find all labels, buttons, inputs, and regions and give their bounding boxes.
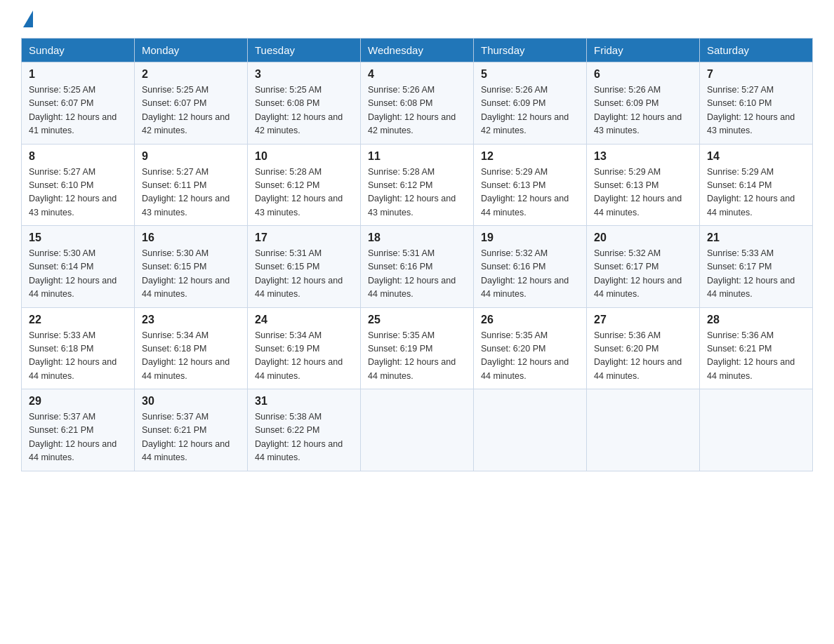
calendar-cell: 11 Sunrise: 5:28 AM Sunset: 6:12 PM Dayl…	[361, 144, 474, 226]
day-number: 15	[29, 232, 127, 244]
day-info: Sunrise: 5:26 AM Sunset: 6:09 PM Dayligh…	[481, 83, 579, 138]
calendar-cell: 21 Sunrise: 5:33 AM Sunset: 6:17 PM Dayl…	[700, 226, 813, 308]
calendar-cell: 4 Sunrise: 5:26 AM Sunset: 6:08 PM Dayli…	[361, 62, 474, 145]
page-header	[21, 14, 813, 31]
day-number: 26	[481, 314, 579, 326]
day-info: Sunrise: 5:26 AM Sunset: 6:09 PM Dayligh…	[594, 83, 692, 138]
day-info: Sunrise: 5:29 AM Sunset: 6:13 PM Dayligh…	[481, 166, 579, 220]
calendar-cell: 27 Sunrise: 5:36 AM Sunset: 6:20 PM Dayl…	[587, 307, 700, 389]
weekday-header-friday: Friday	[587, 39, 700, 62]
day-info: Sunrise: 5:30 AM Sunset: 6:14 PM Dayligh…	[29, 247, 127, 302]
logo	[21, 14, 33, 31]
calendar-cell	[474, 389, 587, 471]
day-info: Sunrise: 5:25 AM Sunset: 6:08 PM Dayligh…	[255, 83, 353, 138]
day-info: Sunrise: 5:34 AM Sunset: 6:18 PM Dayligh…	[142, 329, 240, 384]
weekday-header-saturday: Saturday	[700, 39, 813, 62]
day-info: Sunrise: 5:28 AM Sunset: 6:12 PM Dayligh…	[368, 166, 466, 220]
day-number: 4	[368, 68, 466, 81]
weekday-header-thursday: Thursday	[474, 39, 587, 62]
day-number: 13	[594, 150, 692, 163]
week-row-5: 29 Sunrise: 5:37 AM Sunset: 6:21 PM Dayl…	[22, 389, 813, 471]
day-number: 2	[142, 68, 240, 81]
calendar-table: SundayMondayTuesdayWednesdayThursdayFrid…	[21, 38, 813, 471]
day-number: 11	[368, 150, 466, 163]
day-number: 30	[142, 395, 240, 408]
day-number: 10	[255, 150, 353, 163]
day-number: 14	[707, 150, 805, 163]
day-info: Sunrise: 5:29 AM Sunset: 6:14 PM Dayligh…	[707, 166, 805, 220]
calendar-cell: 20 Sunrise: 5:32 AM Sunset: 6:17 PM Dayl…	[587, 226, 700, 308]
day-number: 25	[368, 314, 466, 326]
calendar-cell: 28 Sunrise: 5:36 AM Sunset: 6:21 PM Dayl…	[700, 307, 813, 389]
calendar-cell: 14 Sunrise: 5:29 AM Sunset: 6:14 PM Dayl…	[700, 144, 813, 226]
calendar-cell: 25 Sunrise: 5:35 AM Sunset: 6:19 PM Dayl…	[361, 307, 474, 389]
weekday-header-row: SundayMondayTuesdayWednesdayThursdayFrid…	[22, 39, 813, 62]
day-number: 18	[368, 232, 466, 244]
week-row-2: 8 Sunrise: 5:27 AM Sunset: 6:10 PM Dayli…	[22, 144, 813, 226]
day-number: 16	[142, 232, 240, 244]
day-number: 21	[707, 232, 805, 244]
day-number: 12	[481, 150, 579, 163]
calendar-cell	[587, 389, 700, 471]
day-number: 9	[142, 150, 240, 163]
calendar-cell: 31 Sunrise: 5:38 AM Sunset: 6:22 PM Dayl…	[248, 389, 361, 471]
calendar-cell: 19 Sunrise: 5:32 AM Sunset: 6:16 PM Dayl…	[474, 226, 587, 308]
calendar-cell: 5 Sunrise: 5:26 AM Sunset: 6:09 PM Dayli…	[474, 62, 587, 145]
calendar-cell: 23 Sunrise: 5:34 AM Sunset: 6:18 PM Dayl…	[135, 307, 248, 389]
calendar-cell: 2 Sunrise: 5:25 AM Sunset: 6:07 PM Dayli…	[135, 62, 248, 145]
day-info: Sunrise: 5:31 AM Sunset: 6:16 PM Dayligh…	[368, 247, 466, 302]
day-info: Sunrise: 5:35 AM Sunset: 6:20 PM Dayligh…	[481, 329, 579, 384]
day-info: Sunrise: 5:27 AM Sunset: 6:10 PM Dayligh…	[29, 166, 127, 220]
day-info: Sunrise: 5:38 AM Sunset: 6:22 PM Dayligh…	[255, 410, 353, 465]
day-number: 6	[594, 68, 692, 81]
calendar-cell: 26 Sunrise: 5:35 AM Sunset: 6:20 PM Dayl…	[474, 307, 587, 389]
day-info: Sunrise: 5:25 AM Sunset: 6:07 PM Dayligh…	[29, 83, 127, 138]
calendar-cell: 29 Sunrise: 5:37 AM Sunset: 6:21 PM Dayl…	[22, 389, 135, 471]
day-info: Sunrise: 5:33 AM Sunset: 6:18 PM Dayligh…	[29, 329, 127, 384]
weekday-header-tuesday: Tuesday	[248, 39, 361, 62]
day-info: Sunrise: 5:28 AM Sunset: 6:12 PM Dayligh…	[255, 166, 353, 220]
day-info: Sunrise: 5:25 AM Sunset: 6:07 PM Dayligh…	[142, 83, 240, 138]
day-number: 20	[594, 232, 692, 244]
calendar-cell	[361, 389, 474, 471]
day-info: Sunrise: 5:37 AM Sunset: 6:21 PM Dayligh…	[142, 410, 240, 465]
day-number: 7	[707, 68, 805, 81]
calendar-cell: 7 Sunrise: 5:27 AM Sunset: 6:10 PM Dayli…	[700, 62, 813, 145]
calendar-cell: 12 Sunrise: 5:29 AM Sunset: 6:13 PM Dayl…	[474, 144, 587, 226]
calendar-cell	[700, 389, 813, 471]
calendar-cell: 6 Sunrise: 5:26 AM Sunset: 6:09 PM Dayli…	[587, 62, 700, 145]
day-number: 19	[481, 232, 579, 244]
weekday-header-monday: Monday	[135, 39, 248, 62]
calendar-cell: 18 Sunrise: 5:31 AM Sunset: 6:16 PM Dayl…	[361, 226, 474, 308]
weekday-header-wednesday: Wednesday	[361, 39, 474, 62]
day-number: 17	[255, 232, 353, 244]
weekday-header-sunday: Sunday	[22, 39, 135, 62]
day-info: Sunrise: 5:26 AM Sunset: 6:08 PM Dayligh…	[368, 83, 466, 138]
day-info: Sunrise: 5:33 AM Sunset: 6:17 PM Dayligh…	[707, 247, 805, 302]
day-number: 8	[29, 150, 127, 163]
day-info: Sunrise: 5:32 AM Sunset: 6:16 PM Dayligh…	[481, 247, 579, 302]
week-row-3: 15 Sunrise: 5:30 AM Sunset: 6:14 PM Dayl…	[22, 226, 813, 308]
calendar-cell: 30 Sunrise: 5:37 AM Sunset: 6:21 PM Dayl…	[135, 389, 248, 471]
calendar-cell: 16 Sunrise: 5:30 AM Sunset: 6:15 PM Dayl…	[135, 226, 248, 308]
day-info: Sunrise: 5:32 AM Sunset: 6:17 PM Dayligh…	[594, 247, 692, 302]
day-number: 22	[29, 314, 127, 326]
day-number: 31	[255, 395, 353, 408]
calendar-cell: 3 Sunrise: 5:25 AM Sunset: 6:08 PM Dayli…	[248, 62, 361, 145]
week-row-4: 22 Sunrise: 5:33 AM Sunset: 6:18 PM Dayl…	[22, 307, 813, 389]
day-info: Sunrise: 5:29 AM Sunset: 6:13 PM Dayligh…	[594, 166, 692, 220]
logo-triangle-icon	[23, 11, 33, 27]
day-info: Sunrise: 5:31 AM Sunset: 6:15 PM Dayligh…	[255, 247, 353, 302]
calendar-cell: 15 Sunrise: 5:30 AM Sunset: 6:14 PM Dayl…	[22, 226, 135, 308]
day-number: 29	[29, 395, 127, 408]
day-info: Sunrise: 5:27 AM Sunset: 6:11 PM Dayligh…	[142, 166, 240, 220]
day-info: Sunrise: 5:30 AM Sunset: 6:15 PM Dayligh…	[142, 247, 240, 302]
calendar-cell: 17 Sunrise: 5:31 AM Sunset: 6:15 PM Dayl…	[248, 226, 361, 308]
day-info: Sunrise: 5:36 AM Sunset: 6:21 PM Dayligh…	[707, 329, 805, 384]
week-row-1: 1 Sunrise: 5:25 AM Sunset: 6:07 PM Dayli…	[22, 62, 813, 145]
day-number: 5	[481, 68, 579, 81]
day-info: Sunrise: 5:34 AM Sunset: 6:19 PM Dayligh…	[255, 329, 353, 384]
calendar-cell: 8 Sunrise: 5:27 AM Sunset: 6:10 PM Dayli…	[22, 144, 135, 226]
day-info: Sunrise: 5:27 AM Sunset: 6:10 PM Dayligh…	[707, 83, 805, 138]
day-info: Sunrise: 5:37 AM Sunset: 6:21 PM Dayligh…	[29, 410, 127, 465]
